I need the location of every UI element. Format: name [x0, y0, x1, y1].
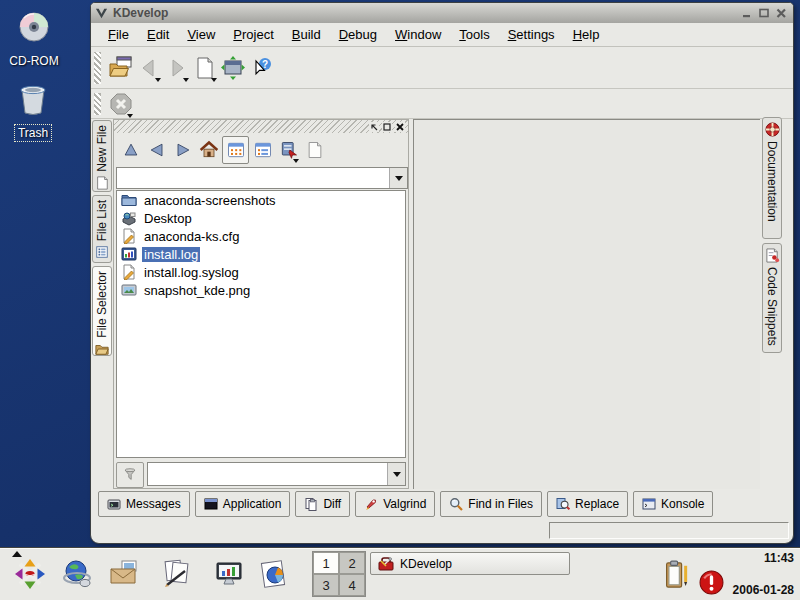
stop-button[interactable]: [107, 90, 135, 118]
short-view-button[interactable]: [222, 136, 249, 164]
desktop-icon-label: Trash: [15, 125, 51, 141]
dock-close-button[interactable]: [395, 122, 405, 132]
tab-file-selector[interactable]: File Selector: [92, 266, 112, 356]
menu-build[interactable]: Build: [283, 25, 330, 44]
new-file-dropdown-arrow[interactable]: [211, 78, 217, 82]
forward-icon: [173, 140, 193, 160]
forward-dropdown-arrow[interactable]: [183, 78, 189, 82]
left-dock-tabbar: New File File List File Selector: [91, 119, 113, 489]
tab-label: File Selector: [95, 271, 109, 338]
new-file-icon: [305, 140, 325, 160]
email-launcher[interactable]: [108, 557, 142, 591]
tab-find-in-files[interactable]: Find in Files: [440, 491, 542, 517]
clipboard-tray-icon[interactable]: [663, 560, 691, 590]
close-button[interactable]: [774, 6, 789, 21]
toolbar-handle[interactable]: [94, 52, 101, 83]
back-dropdown-arrow[interactable]: [155, 78, 161, 82]
tab-label: New File: [95, 125, 109, 172]
spreadsheet-launcher[interactable]: [258, 557, 292, 591]
open-project-button[interactable]: [107, 54, 135, 82]
alert-tray-icon[interactable]: [697, 568, 725, 596]
pager-desktop-3[interactable]: 3: [313, 574, 339, 596]
menu-file[interactable]: File: [99, 25, 138, 44]
presentation-launcher[interactable]: [213, 557, 247, 591]
menu-edit[interactable]: Edit: [138, 25, 178, 44]
tab-diff[interactable]: Diff: [295, 491, 350, 517]
chevron-down-icon: [395, 176, 403, 181]
file-list-icon: [95, 245, 109, 259]
filter-row: [116, 462, 406, 486]
dock-undock-button[interactable]: [369, 122, 379, 132]
stop-dropdown-arrow[interactable]: [127, 114, 133, 118]
whats-this-icon: ?: [249, 56, 273, 80]
menu-view[interactable]: View: [178, 25, 224, 44]
word-processor-launcher[interactable]: [160, 557, 194, 591]
bookmarks-dropdown-arrow[interactable]: [293, 159, 299, 163]
tab-new-file[interactable]: New File: [92, 120, 112, 192]
path-combobox-value[interactable]: [117, 168, 389, 188]
raise-editor-button[interactable]: [219, 54, 247, 82]
web-browser-launcher[interactable]: [60, 557, 94, 591]
menu-debug[interactable]: Debug: [330, 25, 386, 44]
filter-button[interactable]: [116, 462, 144, 488]
tab-file-list[interactable]: File List: [92, 195, 112, 263]
start-menu-button[interactable]: [13, 557, 47, 591]
tab-application[interactable]: Application: [195, 491, 291, 517]
text-file-icon: [121, 228, 137, 244]
filter-combobox-value[interactable]: [148, 463, 387, 485]
pager-desktop-2[interactable]: 2: [339, 552, 365, 574]
file-row[interactable]: Desktop: [117, 209, 405, 227]
pager-desktop-4[interactable]: 4: [339, 574, 365, 596]
home-button[interactable]: [196, 137, 221, 163]
file-row[interactable]: install.log.syslog: [117, 263, 405, 281]
toolbar-handle[interactable]: [94, 93, 101, 115]
tab-replace[interactable]: Replace: [547, 491, 628, 517]
up-icon: [121, 140, 141, 160]
taskbar-clock[interactable]: 11:43 2006-01-28: [733, 551, 794, 597]
menu-settings[interactable]: Settings: [499, 25, 564, 44]
tab-documentation[interactable]: Documentation: [762, 117, 782, 239]
forward-button[interactable]: [163, 54, 191, 82]
filter-combobox-dropdown[interactable]: [387, 463, 405, 485]
forward-button[interactable]: [170, 137, 195, 163]
tab-valgrind[interactable]: Valgrind: [355, 491, 435, 517]
path-combobox[interactable]: [116, 167, 408, 189]
maximize-button[interactable]: [757, 6, 772, 21]
minimize-button[interactable]: [740, 6, 755, 21]
path-combobox-dropdown[interactable]: [389, 168, 407, 188]
file-row[interactable]: snapshot_kde.png: [117, 281, 405, 299]
tab-messages[interactable]: Messages: [98, 491, 190, 517]
file-row[interactable]: anaconda-screenshots: [117, 191, 405, 209]
menu-project[interactable]: Project: [224, 25, 282, 44]
messages-icon: [107, 497, 121, 511]
filter-combobox[interactable]: [147, 462, 406, 486]
file-row-selected[interactable]: install.log: [117, 245, 405, 263]
new-file-button[interactable]: [302, 137, 327, 163]
whats-this-button[interactable]: ?: [247, 54, 275, 82]
window-titlebar[interactable]: KDevelop: [91, 3, 793, 23]
desktop-icon-trash[interactable]: Trash: [1, 82, 65, 141]
new-file-button[interactable]: [191, 54, 219, 82]
bookmarks-button[interactable]: [276, 137, 301, 163]
taskbar-task-kdevelop[interactable]: KDevelop: [370, 552, 570, 575]
kdevelop-toolbox-icon: [378, 556, 394, 572]
detailed-view-button[interactable]: [250, 137, 275, 163]
desktop-icon-cdrom[interactable]: CD-ROM: [2, 10, 66, 69]
file-list[interactable]: anaconda-screenshots Desktop anaconda-ks…: [116, 190, 406, 458]
back-button[interactable]: [135, 54, 163, 82]
back-button[interactable]: [144, 137, 169, 163]
menu-window[interactable]: Window: [386, 25, 450, 44]
pager-desktop-1[interactable]: 1: [313, 552, 339, 574]
tab-code-snippets[interactable]: Code Snippets: [762, 243, 782, 353]
trash-icon: [15, 82, 51, 118]
detailed-view-icon: [253, 140, 273, 160]
menu-tools[interactable]: Tools: [450, 25, 498, 44]
tab-konsole[interactable]: Konsole: [633, 491, 713, 517]
dock-maximize-button[interactable]: [382, 122, 392, 132]
file-row[interactable]: anaconda-ks.cfg: [117, 227, 405, 245]
image-file-icon: [121, 282, 137, 298]
dock-header[interactable]: [114, 120, 408, 133]
up-button[interactable]: [118, 137, 143, 163]
tab-label: File List: [95, 200, 109, 241]
menu-help[interactable]: Help: [564, 25, 609, 44]
